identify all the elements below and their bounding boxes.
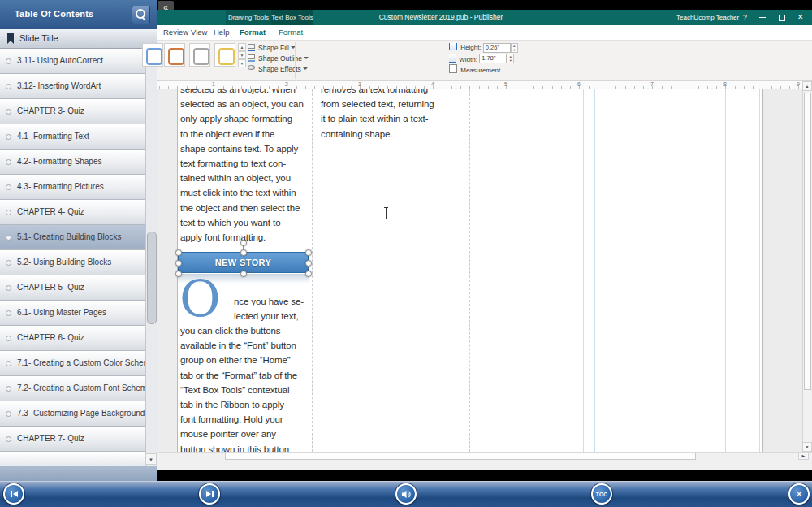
toc-sidebar: Table Of Contents Slide Title 3.11- Usin… bbox=[0, 0, 157, 481]
vertical-scrollbar-thumb[interactable] bbox=[804, 93, 811, 390]
height-field-row: Height: 0.26"▲▼ bbox=[449, 43, 518, 53]
text-line: selected as an object, you can bbox=[180, 97, 310, 111]
scroll-right-icon[interactable]: ▶ bbox=[798, 453, 809, 460]
rotation-handle[interactable] bbox=[240, 240, 247, 246]
player-control-bar: TOC ✕ bbox=[0, 481, 812, 507]
sidebar-item[interactable]: 4.2- Formatting Shapes bbox=[0, 150, 145, 175]
bullet-icon bbox=[6, 184, 11, 190]
selection-handle[interactable] bbox=[175, 260, 182, 266]
sidebar-scrollbar-thumb[interactable] bbox=[147, 232, 157, 324]
selection-handle[interactable] bbox=[240, 249, 247, 256]
selection-handle[interactable] bbox=[305, 271, 312, 277]
skip-to-start-button[interactable] bbox=[3, 483, 24, 505]
selection-handle[interactable] bbox=[305, 260, 312, 266]
sidebar-item[interactable]: CHAPTER 4- Quiz bbox=[0, 200, 145, 225]
shape-style-tile-gray[interactable] bbox=[189, 43, 210, 67]
shape-outline-button[interactable]: Shape Outline bbox=[248, 54, 309, 63]
bullet-icon bbox=[6, 159, 11, 165]
volume-button[interactable] bbox=[395, 483, 417, 505]
tab-help[interactable]: Help bbox=[214, 25, 230, 41]
horizontal-scrollbar-thumb[interactable] bbox=[225, 453, 696, 460]
skip-to-next-button[interactable] bbox=[199, 483, 220, 505]
horizontal-ruler bbox=[157, 81, 812, 89]
sidebar-item-label: 5.2- Using Building Blocks bbox=[17, 258, 111, 266]
sidebar-item[interactable]: 6.1- Using Master Pages bbox=[0, 301, 145, 326]
height-icon bbox=[449, 43, 457, 50]
layout-guide bbox=[583, 89, 584, 452]
minimize-icon[interactable] bbox=[759, 17, 766, 18]
shape-style-tile-yellow[interactable] bbox=[214, 43, 235, 67]
shape-fill-icon bbox=[248, 44, 256, 51]
bookmark-icon bbox=[7, 33, 14, 44]
search-button[interactable] bbox=[132, 6, 150, 24]
text-line: available in the “Font” button bbox=[180, 338, 310, 353]
selection-handle[interactable] bbox=[305, 249, 312, 256]
sidebar-item[interactable]: 5.2- Using Building Blocks bbox=[0, 250, 145, 275]
sidebar-item[interactable]: 4.3- Formatting Pictures bbox=[0, 175, 145, 200]
text-line-cut: selected as an object. When bbox=[180, 89, 310, 97]
sidebar-item[interactable]: 7.1- Creating a Custom Color Scheme bbox=[0, 351, 145, 376]
sidebar-item[interactable]: 4.1- Formatting Text bbox=[0, 124, 145, 150]
ruler-number: 6 bbox=[577, 81, 581, 87]
document-canvas[interactable]: selected as an object. When selected as … bbox=[157, 89, 812, 452]
sidebar-header: Table Of Contents bbox=[0, 0, 157, 29]
sidebar-item[interactable]: 3.11- Using AutoCorrect bbox=[0, 49, 145, 74]
column-guide bbox=[469, 89, 470, 452]
text-line: must click into the text within bbox=[180, 185, 310, 200]
bullet-icon bbox=[6, 336, 11, 341]
scroll-down-icon[interactable]: ▼ bbox=[802, 442, 812, 452]
scroll-up-icon[interactable]: ▲ bbox=[802, 81, 812, 91]
help-icon[interactable]: ? bbox=[743, 10, 747, 25]
ruler-number: 4 bbox=[431, 81, 434, 87]
gallery-down-icon[interactable]: ▼ bbox=[238, 51, 246, 59]
slide-title-row[interactable]: Slide Title bbox=[0, 29, 157, 49]
text-line: containing shape. bbox=[321, 127, 451, 141]
width-input[interactable]: 1.78" bbox=[479, 54, 507, 63]
tab-review[interactable]: Review bbox=[163, 25, 188, 41]
selection-handle[interactable] bbox=[175, 249, 182, 256]
sidebar-item-label: CHAPTER 6- Quiz bbox=[17, 333, 84, 342]
player-close-button[interactable]: ✕ bbox=[788, 483, 810, 505]
bullet-icon bbox=[6, 310, 11, 316]
gallery-more-icon[interactable]: ▼ bbox=[238, 59, 246, 67]
selection-handle[interactable] bbox=[240, 271, 247, 277]
sidebar-item[interactable]: CHAPTER 6- Quiz bbox=[0, 326, 145, 351]
scroll-down-icon[interactable]: ▼ bbox=[145, 453, 157, 465]
dropdown-caret-icon bbox=[304, 57, 309, 59]
sidebar-item[interactable]: CHAPTER 7- Quiz bbox=[0, 427, 145, 452]
height-spinner[interactable]: ▲▼ bbox=[511, 43, 518, 53]
bullet-icon bbox=[6, 210, 11, 215]
text-line: you can click the buttons bbox=[180, 323, 310, 338]
drop-cap: O bbox=[179, 275, 221, 323]
shape-effects-icon bbox=[248, 65, 256, 72]
gallery-up-icon[interactable]: ▲ bbox=[238, 43, 246, 51]
width-spinner[interactable]: ▲▼ bbox=[507, 54, 514, 63]
layout-guide bbox=[594, 89, 595, 452]
account-name[interactable]: TeachUcomp Teacher bbox=[676, 10, 739, 25]
column-guide bbox=[317, 89, 317, 452]
sidebar-item-label: 7.2- Creating a Custom Font Scheme bbox=[17, 384, 152, 392]
shape-style-tile-orange[interactable] bbox=[164, 43, 185, 67]
tab-view[interactable]: View bbox=[191, 25, 207, 41]
shape-effects-button[interactable]: Shape Effects bbox=[248, 65, 308, 74]
text-line: it to plain text within a text- bbox=[321, 111, 451, 126]
text-line: to the object even if the bbox=[180, 127, 310, 141]
sidebar-item[interactable]: 7.3- Customizing Page Backgrounds bbox=[0, 401, 145, 427]
restore-icon[interactable] bbox=[779, 15, 785, 21]
sidebar-item-label: 3.11- Using AutoCorrect bbox=[17, 56, 103, 65]
sidebar-item[interactable]: 7.2- Creating a Custom Font Scheme bbox=[0, 376, 145, 401]
contextual-tab-drawing-tools[interactable]: Drawing Tools bbox=[226, 10, 271, 25]
shape-fill-button[interactable]: Shape Fill bbox=[248, 44, 296, 53]
sidebar-item[interactable]: CHAPTER 5- Quiz bbox=[0, 275, 145, 301]
contextual-tab-text-box-tools[interactable]: Text Box Tools bbox=[271, 10, 313, 25]
measurement-button[interactable]: Measurement bbox=[449, 64, 500, 74]
toc-button[interactable]: TOC bbox=[591, 483, 612, 505]
close-icon[interactable]: ✕ bbox=[797, 10, 804, 25]
shape-style-tile-partial[interactable] bbox=[142, 43, 163, 67]
height-input[interactable]: 0.26" bbox=[483, 43, 511, 53]
tab-format-textbox[interactable]: Format bbox=[279, 25, 303, 41]
tab-format-drawing[interactable]: Format bbox=[240, 25, 266, 42]
sidebar-item-selected[interactable]: 5.1- Creating Building Blocks bbox=[0, 225, 145, 250]
sidebar-item[interactable]: CHAPTER 3- Quiz bbox=[0, 99, 145, 124]
sidebar-item[interactable]: 3.12- Inserting WordArt bbox=[0, 74, 145, 99]
